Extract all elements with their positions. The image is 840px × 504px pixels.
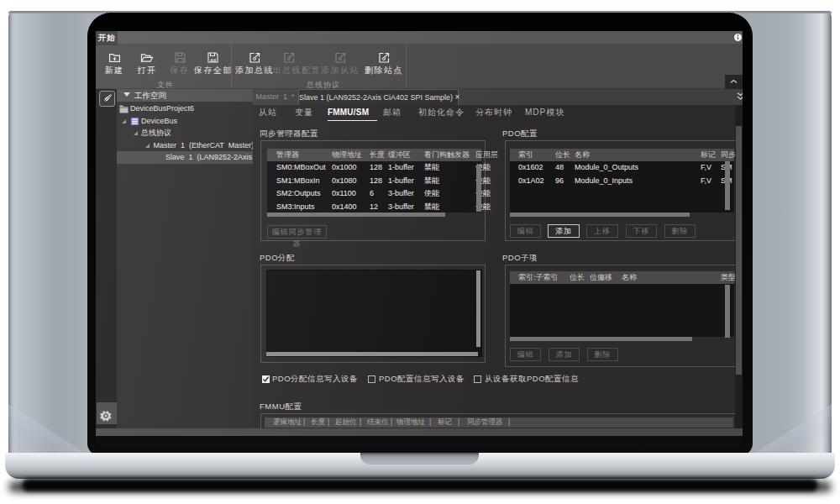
svg-text:All: All — [210, 58, 217, 63]
